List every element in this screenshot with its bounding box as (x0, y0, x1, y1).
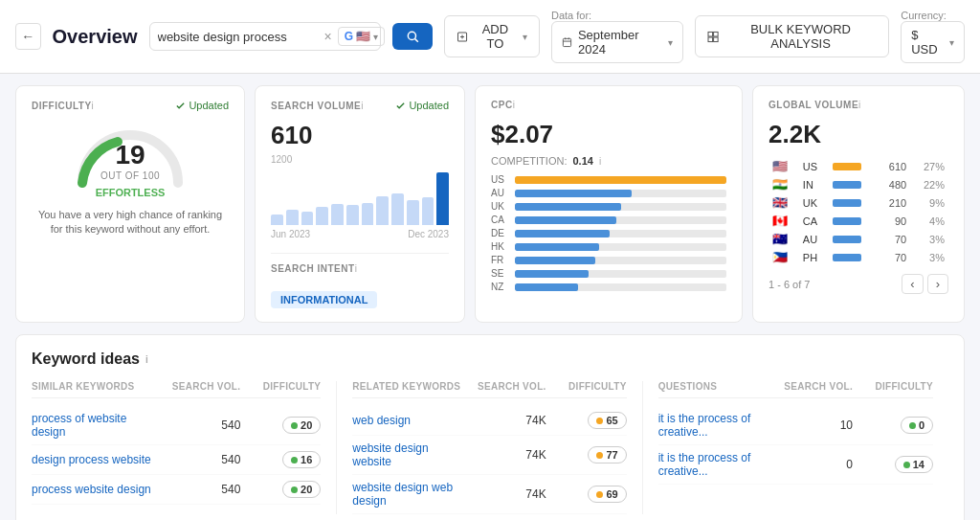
svg-rect-11 (708, 37, 713, 42)
svg-rect-12 (713, 37, 718, 42)
competition-info-icon[interactable]: i (599, 156, 601, 167)
gauge-value-container: 19 OUT OF 100 (100, 140, 160, 181)
search-button[interactable] (392, 23, 433, 50)
cpc-bar-track (515, 283, 726, 291)
similar-diff-header: DIFFICULTY (244, 381, 321, 392)
search-intent-info-icon[interactable]: i (355, 263, 357, 274)
difficulty-info-icon[interactable]: i (92, 101, 94, 111)
questions-keyword-header: QUESTIONS (658, 381, 772, 392)
keyword-link[interactable]: process of website design (32, 412, 160, 439)
search-vol-updated: Updated (395, 100, 449, 111)
keyword-row: it is the process of creative... 10 0 (658, 406, 933, 445)
global-vol-label: GLOBAL VOLUME (768, 100, 858, 110)
global-vol-info-icon[interactable]: i (858, 100, 860, 110)
related-col-headers: RELATED KEYWORDS SEARCH VOL. DIFFICULTY (352, 381, 626, 398)
keyword-link[interactable]: it is the process of creative... (658, 412, 772, 439)
gauge-out-of: OUT OF 100 (100, 170, 160, 181)
cpc-country-code: NZ (491, 282, 510, 292)
cpc-bar-fill (515, 203, 621, 211)
difficulty-pill: 65 (588, 412, 626, 429)
keyword-volume: 74K (470, 414, 546, 427)
keyword-row: process website design 540 20 (32, 475, 321, 505)
page-title: Overview (53, 26, 138, 48)
search-intent-section: SEARCH INTENT i INFORMATIONAL (271, 253, 449, 308)
keyword-volume: 540 (164, 453, 240, 466)
cpc-card: CPC i $2.07 COMPETITION: 0.14 i US AU UK… (475, 85, 743, 323)
pagination-buttons: ‹ › (902, 274, 948, 294)
cpc-country-bar-row: FR (491, 255, 726, 265)
volume-bar (331, 204, 344, 225)
cpc-country-bar-row: NZ (491, 282, 726, 292)
volume-bar (376, 196, 389, 225)
cpc-bar-fill (515, 257, 595, 264)
cpc-info-icon[interactable]: i (513, 100, 515, 110)
cards-row: DIFFICULTY i Updated 19 OUT OF 100 EFFOR… (0, 74, 980, 334)
competition-label: COMPETITION: (491, 155, 567, 167)
similar-keywords-col: SIMILAR KEYWORDS SEARCH VOL. DIFFICULTY … (32, 381, 337, 514)
country-name: IN (799, 175, 829, 193)
currency-section: Currency: $ USD ▾ (901, 10, 965, 63)
difficulty-pill: 69 (588, 486, 626, 503)
cpc-label: CPC (491, 100, 513, 110)
country-count: 480 (877, 175, 910, 193)
keyword-volume: 0 (776, 458, 853, 471)
similar-keyword-header: SIMILAR KEYWORDS (32, 381, 160, 392)
search-vol-header: SEARCH VOLUME i Updated (271, 100, 449, 111)
keyword-link[interactable]: web design (352, 414, 465, 427)
keyword-ideas-grid: SIMILAR KEYWORDS SEARCH VOL. DIFFICULTY … (32, 381, 948, 514)
back-button[interactable]: ← (15, 23, 41, 50)
next-page-button[interactable]: › (927, 274, 948, 294)
keyword-link[interactable]: process website design (32, 483, 160, 496)
keyword-row: website design web design 74K 69 (352, 475, 626, 514)
search-input[interactable] (158, 30, 319, 44)
date-selector[interactable]: September 2024 ▾ (551, 21, 683, 63)
difficulty-pill: 20 (282, 481, 321, 498)
keyword-link[interactable]: website design website (352, 441, 465, 468)
currency-selector[interactable]: $ USD ▾ (901, 21, 965, 63)
clear-icon[interactable]: × (324, 29, 332, 44)
cpc-bar-track (515, 270, 726, 278)
cpc-bar-fill (515, 243, 599, 251)
difficulty-pill: 20 (282, 417, 321, 434)
google-badge[interactable]: G 🇺🇸 ▾ (338, 27, 385, 46)
country-swatch (829, 230, 877, 248)
cpc-bar-track (515, 216, 726, 224)
keyword-difficulty-badge: 77 (550, 446, 627, 463)
volume-bar (271, 215, 283, 225)
country-count: 90 (877, 212, 910, 230)
difficulty-pill: 0 (901, 417, 933, 434)
currency-label: Currency: (901, 10, 965, 21)
cpc-bar-fill (515, 270, 589, 278)
country-swatch (829, 193, 877, 212)
keyword-row: design process website 540 16 (32, 445, 321, 475)
volume-bar (362, 203, 374, 225)
difficulty-description: You have a very high chance of ranking f… (32, 208, 229, 237)
country-table-row: 🇮🇳 IN 480 22% (768, 175, 948, 193)
keyword-difficulty-badge: 14 (857, 456, 933, 473)
cpc-country-bar-row: DE (491, 228, 726, 238)
similar-col-headers: SIMILAR KEYWORDS SEARCH VOL. DIFFICULTY (32, 381, 321, 398)
add-to-button[interactable]: ADD TO ▾ (444, 15, 540, 57)
difficulty-dot (596, 452, 603, 459)
prev-page-button[interactable]: ‹ (902, 274, 923, 294)
keyword-link[interactable]: it is the process of creative... (658, 451, 772, 478)
cpc-country-code: UK (491, 201, 510, 212)
keyword-volume: 74K (470, 448, 546, 462)
keyword-ideas-info-icon[interactable]: i (145, 354, 148, 365)
cpc-bar-fill (515, 190, 632, 197)
country-count: 610 (877, 157, 910, 175)
bulk-analysis-button[interactable]: BULK KEYWORD ANALYSIS (695, 15, 889, 57)
data-for-label: Data for: (551, 10, 683, 21)
keyword-link[interactable]: website design web design (352, 481, 465, 508)
keyword-link[interactable]: design process website (32, 453, 160, 466)
cpc-country-bar-row: AU (491, 188, 726, 198)
cpc-header: CPC i (491, 100, 726, 110)
cpc-bar-track (515, 203, 726, 211)
cpc-bar-track (515, 176, 726, 184)
svg-rect-5 (563, 38, 570, 46)
country-flag: 🇮🇳 (768, 175, 799, 193)
search-vol-info-icon[interactable]: i (361, 101, 363, 111)
svg-rect-10 (713, 32, 718, 36)
keyword-volume: 74K (470, 487, 546, 501)
cpc-country-bar-row: CA (491, 215, 726, 225)
